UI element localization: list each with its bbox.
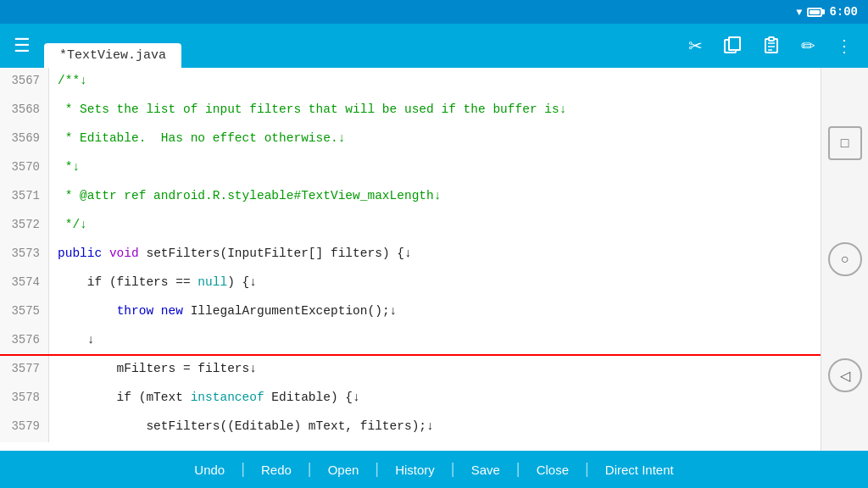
table-row: 3574 if (filters == null) {↓ [0,269,821,298]
cut-button[interactable]: ✂ [680,32,711,59]
wifi-icon [796,4,802,19]
line-number: 3574 [0,269,49,298]
table-row: 3571 * @attr ref android.R.styleable#Tex… [0,183,821,212]
code-editor[interactable]: 3567/**↓3568 * Sets the list of input fi… [0,68,821,451]
bottom-separator: | [372,461,381,478]
bottom-btn-redo[interactable]: Redo [248,451,305,488]
table-row: 3577 mFilters = filters↓ [0,356,821,385]
table-row: 3568 * Sets the list of input filters th… [0,97,821,125]
line-number: 3571 [0,183,49,212]
line-content: * Sets the list of input filters that wi… [49,97,821,125]
line-content: mFilters = filters↓ [49,356,821,385]
line-content: */↓ [49,212,821,241]
table-row: 3569 * Editable. Has no effect otherwise… [0,125,821,154]
bottom-separator: | [582,461,592,478]
back-button[interactable]: ◁ [828,358,862,392]
line-content: * @attr ref android.R.styleable#TextView… [49,183,821,212]
table-row: 3570 *↓ [0,154,821,183]
table-row: 3578 if (mText instanceof Editable) {↓ [0,385,821,413]
bottom-btn-close[interactable]: Close [523,451,582,488]
bottom-btn-open[interactable]: Open [314,451,373,488]
copy-button[interactable] [715,30,750,62]
line-content: if (filters == null) {↓ [49,269,821,298]
bottom-btn-direct-intent[interactable]: Direct Intent [592,451,687,488]
bottom-separator: | [514,461,523,478]
circle-button[interactable]: ○ [828,242,862,276]
line-content: public void setFilters(InputFilter[] fil… [49,241,821,269]
table-row: 3576 ↓ [0,327,821,356]
bottom-separator: | [448,461,458,478]
battery-icon [807,8,822,17]
table-row: 3579 setFilters((Editable) mText, filter… [0,413,821,442]
bottom-bar: Undo|Redo|Open|History|Save|Close|Direct… [0,451,868,488]
svg-rect-4 [769,37,774,41]
line-content: throw new IllegalArgumentException();↓ [49,298,821,327]
line-content: if (mText instanceof Editable) {↓ [49,385,821,413]
line-number: 3575 [0,298,49,327]
line-content: setFilters((Editable) mText, filters);↓ [49,413,821,442]
line-number: 3577 [0,356,49,385]
square-button[interactable]: □ [828,126,862,160]
code-lines: 3567/**↓3568 * Sets the list of input fi… [0,68,821,451]
line-content: * Editable. Has no effect otherwise.↓ [49,125,821,154]
main-area: 3567/**↓3568 * Sets the list of input fi… [0,68,868,451]
status-time: 6:00 [829,5,858,19]
line-content: ↓ [49,327,821,354]
edit-button[interactable]: ✏ [793,32,824,59]
bottom-separator: | [238,461,248,478]
line-number: 3570 [0,154,49,183]
line-number: 3578 [0,385,49,413]
more-options-button[interactable]: ⋮ [827,32,861,59]
bottom-btn-undo[interactable]: Undo [181,451,238,488]
line-number: 3572 [0,212,49,241]
line-number: 3576 [0,327,49,354]
toolbar: ☰ *TextView.java ✂ ✏ ⋮ [0,24,868,68]
paste-button[interactable] [754,30,789,62]
table-row: 3572 */↓ [0,212,821,241]
line-number: 3579 [0,413,49,442]
table-row: 3573public void setFilters(InputFilter[]… [0,241,821,269]
table-row: 3567/**↓ [0,68,821,97]
toolbar-actions: ✂ ✏ ⋮ [680,30,861,62]
line-content: *↓ [49,154,821,183]
svg-rect-1 [729,37,740,50]
hamburger-menu-button[interactable]: ☰ [7,30,37,62]
line-content: /**↓ [49,68,821,97]
line-number: 3568 [0,97,49,125]
bottom-btn-save[interactable]: Save [458,451,514,488]
active-tab[interactable]: *TextView.java [44,43,181,68]
side-buttons: □ ○ ◁ [821,68,868,451]
status-bar: 6:00 [0,0,868,24]
line-number: 3567 [0,68,49,97]
line-number: 3569 [0,125,49,154]
bottom-btn-history[interactable]: History [381,451,448,488]
bottom-separator: | [305,461,314,478]
line-number: 3573 [0,241,49,269]
tab-container: *TextView.java [44,24,673,68]
table-row: 3575 throw new IllegalArgumentException(… [0,298,821,327]
